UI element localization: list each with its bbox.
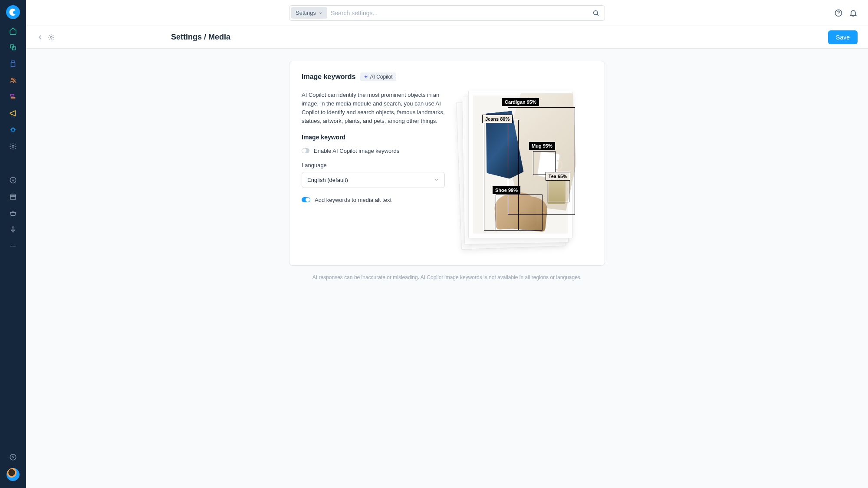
- svg-point-11: [10, 454, 16, 460]
- nav-marketing-icon[interactable]: [9, 109, 17, 117]
- page-header: Settings / Media Save: [26, 26, 868, 49]
- search-scope-selector[interactable]: Settings: [291, 7, 327, 19]
- nav-extensions-icon[interactable]: [9, 126, 17, 134]
- bbox-label-cardigan: Cardigan 95%: [502, 98, 539, 106]
- user-avatar[interactable]: [7, 468, 20, 481]
- svg-point-9: [13, 246, 13, 247]
- svg-point-3: [13, 79, 15, 81]
- enable-keywords-toggle[interactable]: [302, 148, 309, 153]
- back-button[interactable]: [36, 34, 43, 41]
- bbox-label-mug: Mug 95%: [529, 142, 555, 150]
- bbox-mug: Mug 95%: [533, 151, 556, 175]
- disclaimer-text: AI responses can be inaccurate or mislea…: [289, 274, 605, 280]
- sidebar: [0, 0, 26, 488]
- search-icon[interactable]: [592, 10, 599, 16]
- nav-customers-icon[interactable]: [9, 76, 17, 84]
- bbox-label-tea: Tea 65%: [546, 172, 570, 181]
- nav-mic-icon[interactable]: [9, 226, 17, 234]
- nav-catalogues-icon[interactable]: [9, 43, 17, 51]
- bbox-label-jeans: Jeans 80%: [482, 115, 513, 123]
- language-field-label: Language: [302, 162, 445, 168]
- ai-copilot-badge: ✦ AI Copilot: [360, 73, 396, 81]
- svg-point-8: [10, 246, 11, 247]
- nav-settings-icon[interactable]: [9, 142, 17, 150]
- nav-content-icon[interactable]: [9, 93, 17, 101]
- svg-point-12: [594, 10, 598, 14]
- bbox-label-shoe: Shoe 99%: [493, 186, 520, 194]
- section-subhead: Image keyword: [302, 134, 445, 141]
- alt-text-label: Add keywords to media alt text: [315, 197, 391, 203]
- save-button[interactable]: Save: [828, 30, 858, 44]
- language-select[interactable]: English (default): [302, 172, 445, 188]
- app-logo[interactable]: [6, 5, 20, 19]
- nav-dashboard-icon[interactable]: [9, 27, 17, 35]
- nav-orders-icon[interactable]: [9, 60, 17, 68]
- chevron-down-icon: [434, 177, 439, 182]
- nav-add-icon[interactable]: [9, 176, 17, 184]
- card-description: AI Copilot can identify the most promine…: [302, 91, 445, 126]
- chevron-down-icon: [319, 11, 323, 15]
- sparkle-icon: ✦: [364, 74, 368, 80]
- svg-rect-7: [12, 227, 14, 230]
- card-title: Image keywords: [302, 73, 356, 81]
- svg-point-10: [14, 246, 15, 247]
- nav-store-icon[interactable]: [9, 193, 17, 201]
- svg-rect-4: [12, 129, 14, 131]
- topbar: Settings: [26, 0, 868, 26]
- search-bar: Settings: [289, 5, 605, 21]
- svg-point-5: [12, 145, 14, 148]
- search-input[interactable]: [331, 10, 589, 16]
- preview-image-stack: Cardigan 95% Jeans 80% Mug 95% Tea 65% S…: [468, 91, 581, 251]
- svg-point-2: [11, 78, 13, 80]
- breadcrumb: Settings / Media: [171, 33, 230, 42]
- content-area: Image keywords ✦ AI Copilot AI Copilot c…: [26, 49, 868, 488]
- help-icon[interactable]: [834, 9, 843, 17]
- svg-point-14: [50, 36, 52, 38]
- nav-basket-icon[interactable]: [9, 209, 17, 217]
- nav-more-icon[interactable]: [9, 242, 17, 250]
- badge-label: AI Copilot: [370, 74, 393, 80]
- settings-gear-icon[interactable]: [48, 34, 55, 41]
- language-value: English (default): [307, 177, 348, 183]
- bbox-tea: Tea 65%: [548, 177, 569, 202]
- alt-text-toggle[interactable]: [302, 197, 310, 202]
- search-scope-label: Settings: [296, 10, 316, 16]
- image-keywords-card: Image keywords ✦ AI Copilot AI Copilot c…: [289, 61, 605, 266]
- enable-keywords-label: Enable AI Copilot image keywords: [314, 148, 399, 154]
- sidebar-collapse-icon[interactable]: [9, 453, 17, 461]
- bbox-shoe: Shoe 99%: [496, 195, 542, 231]
- notifications-icon[interactable]: [849, 9, 858, 17]
